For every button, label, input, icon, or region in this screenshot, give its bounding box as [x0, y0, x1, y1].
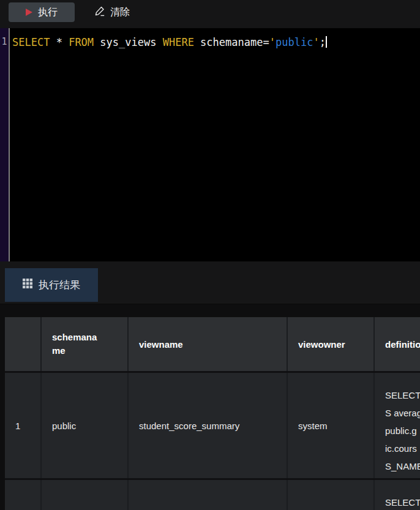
table-header-row: schemaname viewname viewowner definition: [5, 317, 420, 371]
definition-line: public.g: [385, 422, 417, 440]
table-grid-icon: [23, 279, 32, 291]
sql-editor[interactable]: 1 SELECT * FROM sys_views WHERE schemana…: [0, 28, 420, 261]
cell-viewowner: system: [288, 373, 375, 478]
sql-text: *: [50, 36, 69, 48]
sql-keyword: FROM: [69, 36, 94, 48]
line-number-gutter: 1: [0, 28, 10, 261]
tab-execution-results[interactable]: 执行结果: [5, 268, 98, 302]
cell-schemaname: [42, 480, 129, 510]
cell-row-number: 1: [5, 373, 42, 478]
clear-button[interactable]: 清除: [94, 6, 130, 19]
sql-keyword: WHERE: [163, 36, 194, 48]
sql-keyword: SELECT: [12, 36, 50, 48]
sql-text: ;: [320, 36, 326, 48]
toolbar: 执行 清除: [0, 0, 420, 28]
results-panel: 执行结果 schemaname viewname viewowner defin…: [0, 261, 420, 510]
line-number: 1: [1, 36, 7, 47]
cell-viewname: student_score_summary: [129, 373, 288, 478]
header-schemaname: schemaname: [42, 317, 129, 371]
definition-line: S averag: [385, 404, 420, 422]
execute-button-label: 执行: [38, 6, 58, 19]
table-row[interactable]: SELECT: [5, 478, 420, 510]
play-icon: [26, 9, 32, 16]
pencil-icon: [94, 6, 105, 19]
sql-text: schemaname=: [194, 36, 269, 48]
cell-definition: SELECT S averag public.g ic.cours S_NAME: [375, 373, 420, 478]
results-table: schemaname viewname viewowner definition…: [5, 317, 420, 510]
results-tab-bar: 执行结果: [0, 261, 420, 304]
text-cursor: [326, 36, 327, 48]
execute-button[interactable]: 执行: [9, 2, 75, 22]
sql-code-line[interactable]: SELECT * FROM sys_views WHERE schemaname…: [10, 28, 420, 261]
cell-viewowner: [288, 480, 375, 510]
header-viewname: viewname: [129, 317, 288, 371]
definition-line: SELECT: [385, 493, 420, 510]
header-row-number: [5, 317, 42, 371]
sql-string: public: [276, 36, 313, 48]
header-definition: definition: [375, 317, 420, 371]
definition-line: SELECT: [385, 386, 420, 404]
clear-button-label: 清除: [110, 6, 130, 19]
definition-line: S_NAME: [385, 457, 420, 475]
header-viewowner: viewowner: [288, 317, 375, 371]
cell-viewname: [129, 480, 288, 510]
sql-quote: ': [269, 36, 276, 48]
cell-row-number: [5, 480, 42, 510]
definition-line: ic.cours: [385, 440, 417, 457]
cell-definition: SELECT: [375, 480, 420, 510]
cell-schemaname: public: [42, 373, 129, 478]
tab-label: 执行结果: [39, 278, 80, 292]
sql-quote: ': [313, 36, 319, 48]
table-row[interactable]: 1 public student_score_summary system SE…: [5, 371, 420, 478]
sql-text: sys_views: [94, 36, 163, 48]
